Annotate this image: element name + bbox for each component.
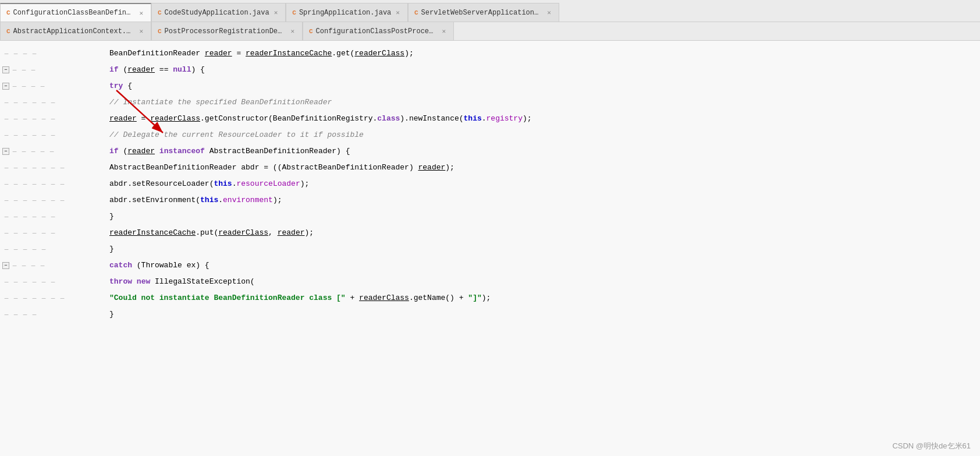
tab-close-3[interactable]: ✕ <box>394 8 402 17</box>
tab-icon-6: C <box>158 28 162 35</box>
tab-close-5[interactable]: ✕ <box>137 27 145 36</box>
tab-label-4: ServletWebServerApplicationContext <box>421 9 543 17</box>
code-area: — — — — BeanDefinitionReader reader = re… <box>0 41 980 456</box>
code-line-4: — — — — — — // Instantiate the specified… <box>0 94 980 111</box>
tab-configuration-class[interactable]: C ConfigurationClassBeanDefinitionReader… <box>0 3 151 22</box>
tab-label-6: PostProcessorRegistrationDelegate.java <box>165 27 286 36</box>
fold-icon-2[interactable]: − <box>2 66 9 73</box>
code-line-13: — — — — — } <box>0 241 980 257</box>
watermark: CSDN @明快de乞米61 <box>892 441 971 451</box>
tab-icon-3: C <box>292 9 296 16</box>
gutter-2: − — — — <box>2 62 107 78</box>
gutter-16: — — — — — — — <box>2 290 107 306</box>
code-line-12: — — — — — — readerInstanceCache.put(read… <box>0 225 980 241</box>
code-line-14: − — — — — catch (Throwable ex) { <box>0 257 980 274</box>
tab-label-2: CodeStudyApplication.java <box>165 9 269 17</box>
code-line-10: — — — — — — — abdr.setEnvironment(this.e… <box>0 192 980 208</box>
fold-icon-7[interactable]: − <box>2 148 9 155</box>
tab-icon-4: C <box>414 9 418 16</box>
code-line-15: — — — — — — throw new IllegalStateExcept… <box>0 274 980 290</box>
tab-bar-bottom: C AbstractApplicationContext.java ✕ C Po… <box>0 22 980 41</box>
tab-close-2[interactable]: ✕ <box>272 8 280 17</box>
tab-label-1: ConfigurationClassBeanDefinitionReader.j… <box>13 9 135 17</box>
code-line-17: — — — — } <box>0 306 980 323</box>
code-line-8: — — — — — — — AbstractBeanDefinitionRead… <box>0 160 980 176</box>
tab-icon-5: C <box>6 28 10 35</box>
code-line-7: − — — — — — if (reader instanceof Abstra… <box>0 143 980 160</box>
gutter-17: — — — — <box>2 306 107 323</box>
gutter-6: — — — — — — <box>2 127 107 143</box>
gutter-1: — — — — <box>2 45 107 62</box>
gutter-14: − — — — — <box>2 257 107 274</box>
tab-icon-1: C <box>6 9 10 16</box>
tab-postprocessor[interactable]: C PostProcessorRegistrationDelegate.java… <box>151 22 303 40</box>
code-line-2: − — — — if (reader == null) { <box>0 62 980 78</box>
tab-bar-top: C ConfigurationClassBeanDefinitionReader… <box>0 0 980 22</box>
tab-abstractapplication[interactable]: C AbstractApplicationContext.java ✕ <box>0 22 151 40</box>
code-line-1: — — — — BeanDefinitionReader reader = re… <box>0 45 980 62</box>
gutter-3: − — — — — <box>2 78 107 94</box>
tab-close-7[interactable]: ✕ <box>440 27 448 36</box>
gutter-13: — — — — — <box>2 241 107 257</box>
tab-close-4[interactable]: ✕ <box>545 8 553 17</box>
gutter-10: — — — — — — — <box>2 192 107 208</box>
tab-label-7: ConfigurationClassPostProcessor.java <box>316 27 438 36</box>
fold-icon-14[interactable]: − <box>2 262 9 269</box>
code-line-11: — — — — — — } <box>0 208 980 225</box>
tab-label-5: AbstractApplicationContext.java <box>13 27 135 36</box>
tab-springapplication[interactable]: C SpringApplication.java ✕ <box>286 3 408 22</box>
gutter-7: − — — — — — <box>2 143 107 160</box>
code-line-5: — — — — — — reader = readerClass.getCons… <box>0 111 980 127</box>
tab-close-6[interactable]: ✕ <box>289 27 296 36</box>
tab-servletwebserver[interactable]: C ServletWebServerApplicationContext ✕ <box>408 3 559 22</box>
gutter-5: — — — — — — <box>2 111 107 127</box>
code-line-3: − — — — — try { <box>0 78 980 94</box>
tab-label-3: SpringApplication.java <box>299 9 391 17</box>
tab-codestudy[interactable]: C CodeStudyApplication.java ✕ <box>151 3 286 22</box>
tab-icon-2: C <box>158 9 162 16</box>
gutter-11: — — — — — — <box>2 208 107 225</box>
tab-icon-7: C <box>309 28 313 35</box>
code-line-6: — — — — — — // Delegate the current Reso… <box>0 127 980 143</box>
gutter-12: — — — — — — <box>2 225 107 241</box>
gutter-4: — — — — — — <box>2 94 107 111</box>
code-line-16: — — — — — — — "Could not instantiate Bea… <box>0 290 980 306</box>
tab-configurationclasspost[interactable]: C ConfigurationClassPostProcessor.java ✕ <box>303 22 454 40</box>
fold-icon-3[interactable]: − <box>2 83 9 90</box>
gutter-15: — — — — — — <box>2 274 107 290</box>
gutter-9: — — — — — — — <box>2 176 107 192</box>
tab-close-1[interactable]: ✕ <box>137 9 145 17</box>
gutter-8: — — — — — — — <box>2 160 107 176</box>
code-line-9: — — — — — — — abdr.setResourceLoader(thi… <box>0 176 980 192</box>
